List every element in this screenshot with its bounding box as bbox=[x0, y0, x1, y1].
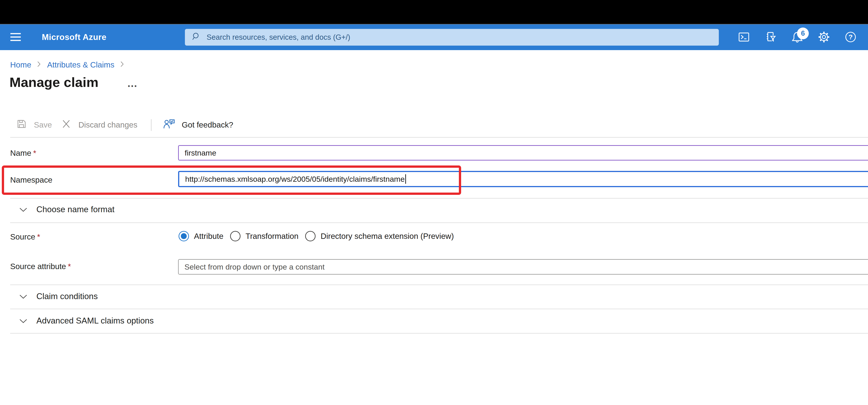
cloud-shell-icon bbox=[738, 31, 750, 44]
directories-filter-icon bbox=[765, 31, 777, 44]
source-field-label: Source* bbox=[10, 232, 40, 241]
radio-unselected-icon bbox=[230, 231, 241, 241]
advanced-saml-options-label: Advanced SAML claims options bbox=[36, 316, 154, 326]
discard-changes-label: Discard changes bbox=[79, 120, 137, 129]
chevron-down-icon bbox=[19, 316, 27, 326]
source-attribute-placeholder: Select from drop down or type a constant bbox=[184, 263, 324, 271]
svg-text:?: ? bbox=[848, 33, 853, 41]
notification-count-badge: 6 bbox=[797, 28, 809, 39]
brand-title: Microsoft Azure bbox=[42, 24, 106, 50]
chevron-down-icon bbox=[19, 205, 27, 214]
close-icon bbox=[61, 119, 72, 131]
required-asterisk: * bbox=[33, 148, 36, 157]
required-asterisk: * bbox=[37, 232, 40, 241]
radio-option-directory-schema-extension[interactable]: Directory schema extension (Preview) bbox=[305, 231, 454, 241]
notifications-button[interactable]: 6 bbox=[791, 31, 803, 43]
name-field-label: Name* bbox=[10, 148, 36, 158]
required-asterisk: * bbox=[68, 262, 71, 271]
save-button[interactable]: Save bbox=[16, 118, 52, 131]
got-feedback-label: Got feedback? bbox=[182, 120, 233, 129]
divider bbox=[10, 333, 868, 334]
source-attribute-field-label: Source attribute* bbox=[10, 262, 71, 271]
breadcrumb-home-link[interactable]: Home bbox=[10, 60, 31, 69]
page-title: Manage claim bbox=[9, 74, 98, 90]
help-button[interactable]: ? bbox=[844, 31, 857, 43]
more-options-button[interactable]: … bbox=[127, 77, 138, 90]
feedback-icon bbox=[163, 118, 175, 132]
source-radio-group: Attribute Transformation Directory schem… bbox=[179, 230, 454, 242]
gear-icon bbox=[818, 31, 830, 44]
letterbox-top bbox=[0, 0, 868, 24]
namespace-input[interactable]: http://schemas.xmlsoap.org/ws/2005/05/id… bbox=[178, 171, 868, 187]
radio-selected-icon bbox=[179, 231, 189, 241]
radio-unselected-icon bbox=[305, 231, 315, 241]
settings-button[interactable] bbox=[818, 31, 830, 43]
name-input[interactable]: firstname bbox=[178, 145, 868, 161]
save-label: Save bbox=[34, 120, 52, 129]
help-icon: ? bbox=[844, 31, 857, 44]
hamburger-icon bbox=[9, 32, 22, 43]
divider bbox=[10, 137, 868, 138]
divider bbox=[10, 284, 868, 285]
radio-option-attribute[interactable]: Attribute bbox=[179, 231, 223, 241]
azure-portal-manage-claim-page: Microsoft Azure Search resources, servic… bbox=[0, 0, 868, 405]
cloud-shell-button[interactable] bbox=[738, 31, 750, 43]
divider bbox=[10, 223, 868, 223]
radio-option-transformation[interactable]: Transformation bbox=[230, 231, 298, 241]
save-icon bbox=[16, 118, 27, 131]
advanced-saml-options-expander[interactable]: Advanced SAML claims options bbox=[19, 316, 154, 326]
toolbar-divider bbox=[151, 119, 151, 131]
breadcrumb-attributes-claims-link[interactable]: Attributes & Claims bbox=[47, 60, 114, 69]
azure-topbar: Microsoft Azure Search resources, servic… bbox=[0, 24, 868, 50]
search-placeholder-text: Search resources, services, and docs (G+… bbox=[207, 33, 350, 41]
divider bbox=[10, 309, 868, 309]
got-feedback-button[interactable]: Got feedback? bbox=[163, 118, 233, 131]
discard-changes-button[interactable]: Discard changes bbox=[61, 118, 137, 131]
chevron-right-icon bbox=[120, 60, 124, 69]
directories-filter-button[interactable] bbox=[765, 31, 777, 43]
choose-name-format-expander[interactable]: Choose name format bbox=[19, 205, 115, 214]
text-cursor bbox=[405, 174, 406, 184]
namespace-input-value: http://schemas.xmlsoap.org/ws/2005/05/id… bbox=[185, 175, 405, 183]
topbar-icon-group: 6 ? bbox=[738, 24, 857, 50]
global-search-input[interactable]: Search resources, services, and docs (G+… bbox=[185, 29, 719, 45]
search-icon bbox=[191, 32, 201, 43]
name-input-value: firstname bbox=[185, 148, 216, 157]
claim-conditions-expander[interactable]: Claim conditions bbox=[19, 292, 98, 301]
breadcrumb: Home Attributes & Claims bbox=[10, 59, 124, 70]
divider bbox=[10, 198, 868, 199]
chevron-down-icon bbox=[19, 292, 27, 301]
source-attribute-dropdown[interactable]: Select from drop down or type a constant bbox=[178, 259, 868, 274]
choose-name-format-label: Choose name format bbox=[36, 205, 115, 214]
claim-conditions-label: Claim conditions bbox=[36, 292, 98, 301]
chevron-right-icon bbox=[37, 60, 41, 69]
hamburger-menu-button[interactable] bbox=[5, 24, 26, 50]
namespace-field-label: Namespace bbox=[10, 175, 53, 184]
